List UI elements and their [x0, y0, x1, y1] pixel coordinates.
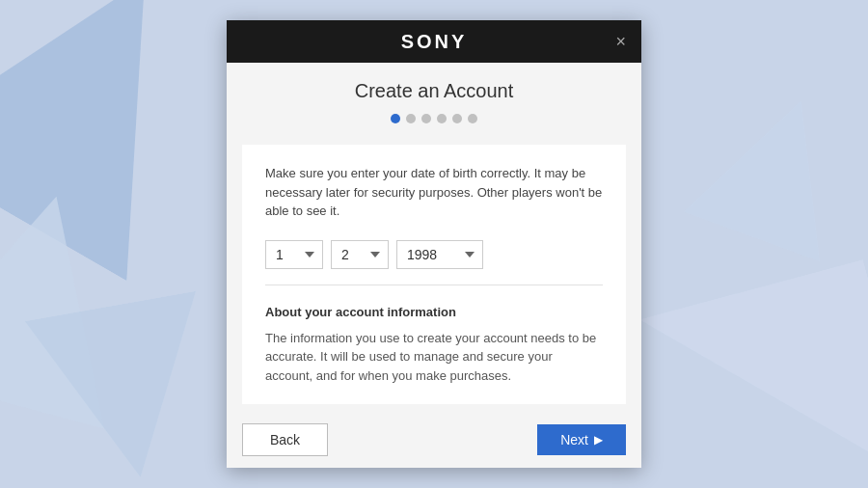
modal-dialog: SONY × Create an Account Make sure you e… [227, 20, 641, 468]
modal-content: Make sure you enter your date of birth c… [242, 145, 626, 404]
back-button[interactable]: Back [242, 423, 328, 456]
year-select[interactable]: 1990 1991 1992 1993 1994 1995 1996 1997 … [396, 240, 483, 269]
modal-footer: Back Next ▶ [227, 412, 641, 468]
next-button[interactable]: Next ▶ [537, 424, 626, 455]
step-dot-1 [391, 114, 400, 123]
account-info-text: The information you use to create your a… [265, 329, 603, 386]
step-dot-4 [437, 114, 447, 123]
step-dot-2 [406, 114, 416, 123]
step-dot-6 [468, 114, 477, 123]
close-button[interactable]: × [615, 33, 626, 50]
step-dot-3 [421, 114, 431, 123]
step-dot-5 [452, 114, 462, 123]
title-area: Create an Account [227, 63, 641, 137]
month-select[interactable]: 1 2 3 4 5 6 7 8 9 10 11 12 [331, 240, 389, 269]
dob-info-text: Make sure you enter your date of birth c… [265, 164, 603, 221]
next-chevron-icon: ▶ [594, 433, 603, 447]
next-label: Next [560, 432, 588, 447]
sony-logo: SONY [401, 31, 468, 53]
day-select[interactable]: 1 2 3 4 5 6 7 8 9 10 11 12 13 14 15 16 1… [265, 240, 323, 269]
account-info-section: About your account information The infor… [265, 305, 603, 386]
account-info-title: About your account information [265, 305, 603, 319]
step-indicators [246, 114, 622, 123]
page-title: Create an Account [246, 80, 622, 102]
modal-header: SONY × [227, 20, 641, 63]
date-row: 1 2 3 4 5 6 7 8 9 10 11 12 13 14 15 16 1… [265, 240, 603, 285]
